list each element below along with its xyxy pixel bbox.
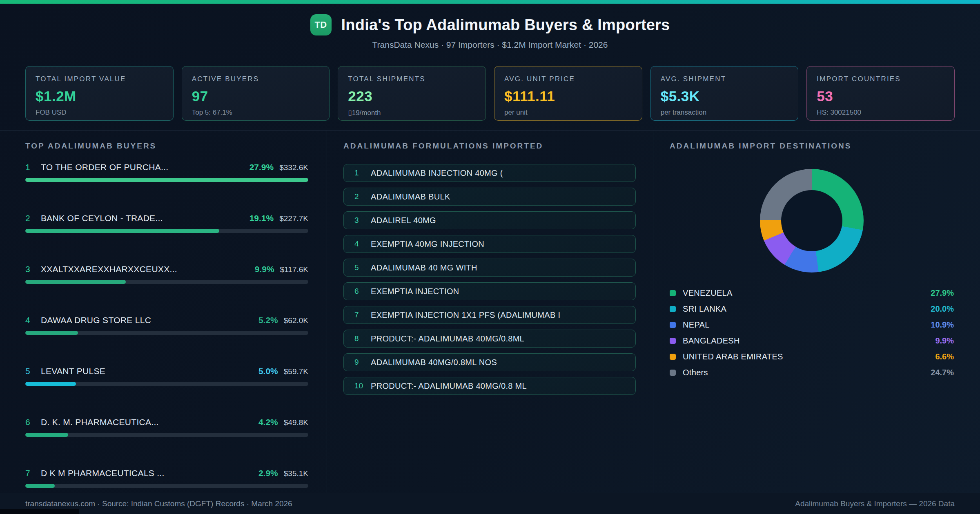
buyer-rank: 6: [25, 417, 41, 427]
formulation-name: EXEMPTIA 40MG INJECTION: [371, 239, 484, 249]
buyer-value: $35.1K: [284, 469, 308, 478]
stat-sub: ▯19/month: [348, 109, 476, 117]
formulation-item[interactable]: 2ADALIMUMAB BULK: [343, 188, 636, 206]
buyer-bar-fill: [25, 382, 76, 386]
buyer-name: D. K. M. PHARMACEUTICA...: [41, 417, 159, 427]
legend-swatch: [670, 370, 676, 376]
stat-card: AVG. SHIPMENT$5.3Kper transaction: [650, 66, 799, 121]
main-content: TOP ADALIMUMAB BUYERS 1TO THE ORDER OF P…: [0, 130, 980, 493]
formulation-rank: 7: [354, 310, 371, 319]
buyer-bar-fill: [25, 331, 78, 335]
legend-label: BANGLADESH: [683, 336, 740, 346]
legend-swatch: [670, 354, 676, 360]
legend-pct: 10.9%: [931, 320, 954, 330]
formulation-rank: 8: [354, 334, 371, 343]
stat-value: 97: [192, 88, 320, 104]
formulation-name: PRODUCT:- ADALIMUMAB 40MG/0.8 ML: [371, 381, 527, 391]
stat-card: ACTIVE BUYERS97Top 5: 67.1%: [182, 66, 330, 121]
formulation-name: EXEMPTIA INJECTION 1X1 PFS (ADALIMUMAB I: [371, 310, 560, 320]
formulation-name: ADALIREL 40MG: [371, 216, 436, 225]
buyer-bar-fill: [25, 484, 55, 488]
bottom-left-artifact: [0, 509, 79, 514]
formulation-item[interactable]: 7EXEMPTIA INJECTION 1X1 PFS (ADALIMUMAB …: [343, 306, 636, 324]
formulation-item[interactable]: 1ADALIMUMAB INJECTION 40MG (: [343, 164, 636, 182]
buyer-value: $332.6K: [279, 163, 308, 172]
buyer-name: XXALTXXAREXXHARXXCEUXX...: [41, 264, 177, 274]
formulation-item[interactable]: 8PRODUCT:- ADALIMUMAB 40MG/0.8ML: [343, 330, 636, 348]
legend-swatch: [670, 290, 676, 296]
formulation-rank: 5: [354, 263, 371, 272]
brand-logo: TD: [310, 14, 332, 35]
formulation-item[interactable]: 3ADALIREL 40MG: [343, 211, 636, 229]
page-subtitle: TransData Nexus · 97 Importers · $1.2M I…: [0, 40, 980, 50]
legend-row: NEPAL10.9%: [670, 320, 954, 330]
header: TD India's Top Adalimumab Buyers & Impor…: [0, 4, 980, 50]
footer: transdatanexus.com · Source: Indian Cust…: [0, 493, 980, 514]
stat-label: TOTAL IMPORT VALUE: [36, 75, 163, 83]
buyer-row: 4DAWAA DRUG STORE LLC5.2%$62.0K: [25, 315, 308, 335]
stat-label: AVG. SHIPMENT: [661, 75, 788, 83]
destinations-donut-chart: [760, 169, 864, 273]
buyer-bar-fill: [25, 280, 126, 284]
legend-swatch: [670, 338, 676, 344]
stat-card: AVG. UNIT PRICE$111.11per unit: [494, 66, 642, 121]
buyer-row: 3XXALTXXAREXXHARXXCEUXX...9.9%$117.6K: [25, 264, 308, 284]
stat-sub: Top 5: 67.1%: [192, 109, 320, 117]
buyer-row: 2BANK OF CEYLON - TRADE...19.1%$227.7K: [25, 213, 308, 233]
buyer-bar-track: [25, 382, 308, 386]
buyer-bar-track: [25, 280, 308, 284]
buyer-name: D K M PHARMACEUTICALS ...: [41, 468, 165, 478]
buyer-share-pct: 19.1%: [249, 213, 274, 223]
buyer-row: 1TO THE ORDER OF PURCHA...27.9%$332.6K: [25, 162, 308, 182]
buyer-row-text: 7D K M PHARMACEUTICALS ...2.9%$35.1K: [25, 468, 308, 479]
stat-value: 223: [348, 88, 476, 104]
formulation-name: PRODUCT:- ADALIMUMAB 40MG/0.8ML: [371, 334, 524, 343]
legend-pct: 27.9%: [931, 288, 954, 298]
formulation-item[interactable]: 6EXEMPTIA INJECTION: [343, 282, 636, 300]
stat-label: IMPORT COUNTRIES: [817, 75, 944, 83]
formulation-rank: 1: [354, 168, 371, 177]
formulation-rank: 4: [354, 239, 371, 248]
legend-label: VENEZUELA: [683, 288, 733, 298]
buyer-bar-fill: [25, 433, 68, 437]
stat-label: ACTIVE BUYERS: [192, 75, 320, 83]
formulation-item[interactable]: 4EXEMPTIA 40MG INJECTION: [343, 235, 636, 253]
buyer-value: $117.6K: [280, 265, 308, 274]
legend-label: SRI LANKA: [683, 304, 726, 314]
legend-row: VENEZUELA27.9%: [670, 288, 954, 298]
legend-pct: 6.6%: [935, 352, 954, 361]
legend-row: SRI LANKA20.0%: [670, 304, 954, 314]
formulation-rank: 3: [354, 216, 371, 225]
buyer-name: TO THE ORDER OF PURCHA...: [41, 162, 168, 172]
page-title: India's Top Adalimumab Buyers & Importer…: [341, 16, 670, 34]
stat-value: $1.2M: [36, 88, 163, 104]
formulation-name: EXEMPTIA INJECTION: [371, 287, 459, 296]
stat-card: IMPORT COUNTRIES53HS: 30021500: [806, 66, 955, 121]
buyer-share-pct: 4.2%: [258, 417, 278, 427]
buyer-share-pct: 2.9%: [258, 468, 278, 478]
buyer-share-pct: 9.9%: [255, 264, 274, 274]
buyer-share-pct: 5.0%: [258, 366, 278, 376]
buyer-bar-fill: [25, 229, 219, 233]
legend-swatch: [670, 322, 676, 328]
stats-row: TOTAL IMPORT VALUE$1.2MFOB USDACTIVE BUY…: [0, 66, 980, 121]
formulation-item[interactable]: 5ADALIMUMAB 40 MG WITH: [343, 259, 636, 277]
stat-value: 53: [817, 88, 944, 104]
formulation-rank: 6: [354, 287, 371, 296]
legend-row: BANGLADESH9.9%: [670, 336, 954, 346]
stat-label: AVG. UNIT PRICE: [504, 75, 632, 83]
buyer-rank: 4: [25, 315, 41, 325]
formulation-item[interactable]: 10PRODUCT:- ADALIMUMAB 40MG/0.8 ML: [343, 377, 636, 395]
buyer-row-text: 6D. K. M. PHARMACEUTICA...4.2%$49.8K: [25, 417, 308, 428]
buyer-share-pct: 27.9%: [249, 162, 274, 172]
stat-label: TOTAL SHIPMENTS: [348, 75, 476, 83]
formulation-item[interactable]: 9ADALIMUMAB 40MG/0.8ML NOS: [343, 353, 636, 371]
buyer-bar-track: [25, 484, 308, 488]
buyer-rank: 3: [25, 264, 41, 274]
destinations-panel-title: ADALIMUMAB IMPORT DESTINATIONS: [670, 142, 954, 150]
stat-value: $5.3K: [661, 88, 788, 104]
formulation-rank: 2: [354, 192, 371, 201]
buyer-row-text: 1TO THE ORDER OF PURCHA...27.9%$332.6K: [25, 162, 308, 173]
formulations-list: 1ADALIMUMAB INJECTION 40MG (2ADALIMUMAB …: [343, 164, 636, 395]
stat-value: $111.11: [504, 88, 632, 104]
